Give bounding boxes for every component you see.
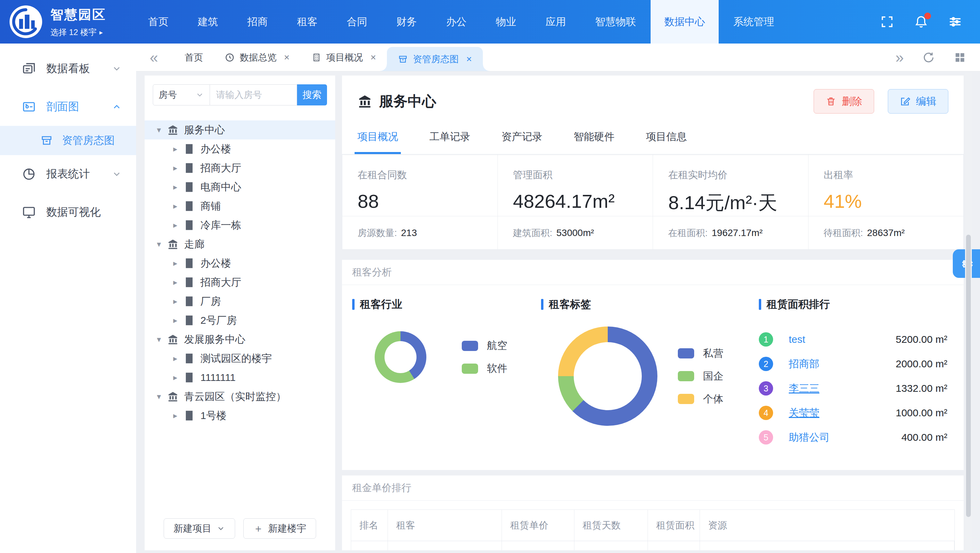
new-project-button[interactable]: 新建项目 xyxy=(164,518,235,539)
refresh-icon[interactable] xyxy=(922,51,935,64)
workspace-tab[interactable]: 资管房态图 × xyxy=(387,47,482,71)
room-search-input[interactable] xyxy=(210,84,297,105)
legend-item[interactable]: 航空 xyxy=(462,339,508,353)
stat-label: 管理面积 xyxy=(513,168,653,182)
building-icon xyxy=(183,143,195,155)
edit-button[interactable]: 编辑 xyxy=(888,89,948,114)
nav-item-1[interactable]: 首页 xyxy=(136,0,180,43)
tenant-link[interactable]: 关莹莹 xyxy=(789,406,819,420)
tree-node[interactable]: 商铺 xyxy=(153,197,327,216)
nav-item-4[interactable]: 租客 xyxy=(285,0,329,43)
caret-icon[interactable] xyxy=(173,411,183,420)
tree-node[interactable]: 1号楼 xyxy=(153,406,327,425)
delete-button[interactable]: 删除 xyxy=(814,89,874,114)
tree-node[interactable]: 招商大厅 xyxy=(153,273,327,292)
tree-node[interactable]: 办公楼 xyxy=(153,254,327,273)
tenant-link[interactable]: 李三三 xyxy=(789,381,819,396)
tree-node[interactable]: 办公楼 xyxy=(153,140,327,159)
nav-item-7[interactable]: 办公 xyxy=(434,0,479,43)
caret-icon[interactable] xyxy=(157,392,167,401)
sidebar-item-data-visualization[interactable]: 数据可视化 xyxy=(0,193,136,231)
stat-card: 在租实时均价 8.14元/m²·天 在租面积: 19627.17m² xyxy=(653,154,808,249)
search-button[interactable]: 搜索 xyxy=(297,84,327,105)
caret-icon[interactable] xyxy=(173,201,183,211)
search-field-select[interactable]: 房号 xyxy=(153,84,210,105)
table-row xyxy=(351,541,955,550)
caret-icon[interactable] xyxy=(173,163,183,173)
tree-node[interactable]: 测试园区的楼宇 xyxy=(153,349,327,368)
sidebar-item-section-view[interactable]: 剖面图 xyxy=(0,88,136,126)
legend-item[interactable]: 国企 xyxy=(678,369,724,383)
nav-item-8[interactable]: 物业 xyxy=(484,0,528,43)
sidebar-item-report-stats[interactable]: 报表统计 xyxy=(0,155,136,193)
tree-node[interactable]: 走廊 xyxy=(153,235,327,254)
legend-swatch xyxy=(462,341,478,351)
caret-icon[interactable] xyxy=(173,373,183,382)
fullscreen-icon[interactable] xyxy=(880,14,894,29)
tree-node[interactable]: 招商大厅 xyxy=(153,159,327,178)
tenant-link[interactable]: 招商部 xyxy=(789,357,819,371)
title-accent-bar xyxy=(352,299,355,310)
caret-icon[interactable] xyxy=(173,182,183,192)
caret-icon[interactable] xyxy=(157,125,167,135)
caret-icon[interactable] xyxy=(173,297,183,306)
tree-node[interactable]: 1111111 xyxy=(153,368,327,387)
building-icon xyxy=(183,181,195,193)
tree-node[interactable]: 厂房 xyxy=(153,292,327,311)
tenant-link[interactable]: 助猎公司 xyxy=(789,431,830,445)
close-icon[interactable]: × xyxy=(371,52,376,63)
nav-item-5[interactable]: 合同 xyxy=(335,0,379,43)
nav-item-10[interactable]: 智慧物联 xyxy=(583,0,648,43)
tree-node[interactable]: 发展服务中心 xyxy=(153,330,327,349)
tree-node[interactable]: 青云园区（实时监控） xyxy=(153,387,327,406)
caret-icon[interactable] xyxy=(173,259,183,268)
workspace-tab[interactable]: 项目概况 × xyxy=(301,43,387,71)
sidebar-item-asset-room-map[interactable]: 资管房态图 xyxy=(0,126,136,155)
settings-tune-icon[interactable] xyxy=(948,14,962,29)
nav-item-6[interactable]: 财务 xyxy=(385,0,429,43)
chevron-down-icon xyxy=(195,91,204,99)
close-icon[interactable]: × xyxy=(466,54,472,65)
content-tab[interactable]: 智能硬件 xyxy=(574,130,614,154)
notification-bell-icon[interactable] xyxy=(914,14,928,29)
sidebar-item-data-board[interactable]: 数据看板 xyxy=(0,50,136,88)
nav-item-9[interactable]: 应用 xyxy=(533,0,578,43)
legend-swatch xyxy=(462,364,478,374)
workspace-tab[interactable]: 首页 xyxy=(173,43,214,71)
nav-item-3[interactable]: 招商 xyxy=(235,0,280,43)
caret-icon[interactable] xyxy=(173,220,183,230)
park-icon xyxy=(167,391,179,402)
caret-icon[interactable] xyxy=(157,240,167,249)
workspace-tab[interactable]: 数据总览 × xyxy=(214,43,300,71)
legend-item[interactable]: 软件 xyxy=(462,362,508,375)
chevron-right-icon: ▸ xyxy=(99,28,103,37)
content-tab[interactable]: 项目概况 xyxy=(357,130,398,154)
grid-layout-icon[interactable] xyxy=(953,51,966,64)
caret-icon[interactable] xyxy=(157,335,167,344)
new-building-button[interactable]: ＋ 新建楼宇 xyxy=(243,518,316,539)
tree-node[interactable]: 2号厂房 xyxy=(153,311,327,330)
chart-legend: 航空 软件 xyxy=(462,339,508,375)
tenant-link[interactable]: test xyxy=(789,334,805,345)
tree-node[interactable]: 冷库一栋 xyxy=(153,216,327,235)
collapse-tabs-right-icon[interactable]: » xyxy=(896,50,904,65)
nav-item-11[interactable]: 数据中心 xyxy=(651,0,719,43)
caret-icon[interactable] xyxy=(173,278,183,287)
content-tab[interactable]: 资产记录 xyxy=(501,130,542,154)
nav-item-12[interactable]: 系统管理 xyxy=(721,0,786,43)
building-selector[interactable]: 选择 12 楼宇▸ xyxy=(50,27,106,38)
content-tab[interactable]: 工单记录 xyxy=(430,130,470,154)
tree-node[interactable]: 电商中心 xyxy=(153,178,327,197)
content-tab[interactable]: 项目信息 xyxy=(646,130,687,154)
caret-icon[interactable] xyxy=(173,316,183,325)
scrollbar-thumb[interactable] xyxy=(966,235,971,517)
close-icon[interactable]: × xyxy=(284,52,289,63)
caret-icon[interactable] xyxy=(173,144,183,154)
caret-icon[interactable] xyxy=(173,354,183,363)
industry-chart-block: 租客行业 航空 软件 xyxy=(342,297,541,470)
legend-item[interactable]: 个体 xyxy=(678,392,724,406)
tree-node[interactable]: 服务中心 xyxy=(145,121,335,140)
collapse-tabs-left-icon[interactable]: « xyxy=(150,50,158,65)
nav-item-2[interactable]: 建筑 xyxy=(186,0,230,43)
legend-item[interactable]: 私营 xyxy=(678,346,724,361)
